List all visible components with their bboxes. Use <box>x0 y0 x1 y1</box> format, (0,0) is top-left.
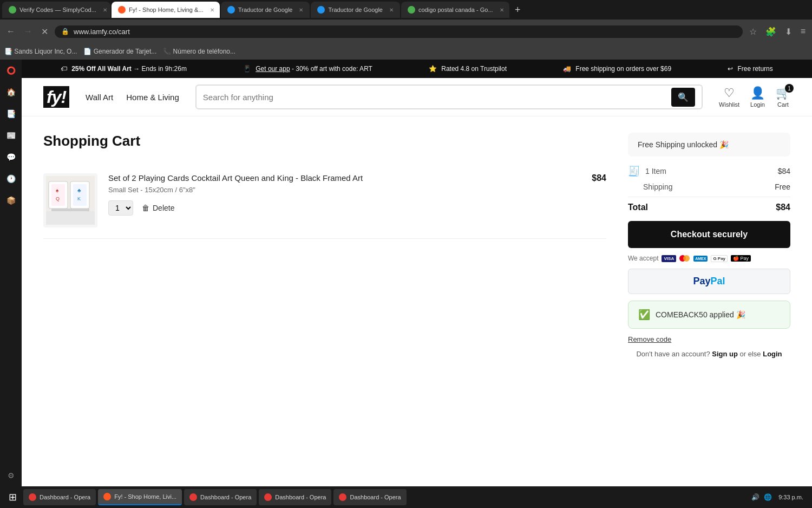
delete-label: Delete <box>153 204 174 212</box>
bookmark-2[interactable]: 📄 Generador de Tarjet... <box>83 48 156 55</box>
reload-button[interactable]: ✕ <box>39 24 50 39</box>
paypal-button[interactable]: PayPal <box>628 269 790 294</box>
sidebar-news-icon[interactable]: 📰 <box>4 129 18 142</box>
nav-wall-art[interactable]: Wall Art <box>86 93 113 102</box>
taskbar-item-2[interactable]: Fy! - Shop Home, Livi... <box>98 489 182 505</box>
site-logo[interactable]: fy! <box>43 87 69 107</box>
taskbar-item-1[interactable]: Dashboard - Opera <box>23 489 96 505</box>
check-icon: ✅ <box>638 309 650 321</box>
taskbar-favicon-1 <box>29 493 36 501</box>
promo-sale-text: 25% Off All Wall Art → Ends in 9h:26m <box>71 65 187 73</box>
tab-label: Traductor de Google <box>238 6 292 13</box>
tab-verify[interactable]: Verify Codes — SimplyCod... ✕ <box>2 2 110 18</box>
sidebar-settings-icon[interactable]: ⚙ <box>5 469 17 482</box>
svg-text:♣: ♣ <box>77 187 81 193</box>
promo-sale: 🏷 25% Off All Wall Art → Ends in 9h:26m <box>61 65 187 73</box>
taskbar-favicon-3 <box>189 493 197 501</box>
main-wrapper: ⭕ 🏠 📑 📰 💬 🕐 📦 ⚙ 🏷 25% Off All Wall Art →… <box>0 60 812 486</box>
extensions-icon[interactable]: 🧩 <box>763 24 778 39</box>
sidebar-history-icon[interactable]: 🕐 <box>4 172 18 185</box>
address-bar[interactable]: 🔒 www.iamfy.co/cart <box>55 25 743 38</box>
svg-text:Q: Q <box>56 196 60 201</box>
promo-banner: 🏷 25% Off All Wall Art → Ends in 9h:26m … <box>22 60 812 78</box>
tab-bar: Verify Codes — SimplyCod... ✕ Fy! - Shop… <box>0 0 812 19</box>
cart-label: Cart <box>777 101 789 108</box>
tab-fy[interactable]: Fy! - Shop Home, Living &... ✕ <box>112 2 220 18</box>
download-icon[interactable]: ⬇ <box>783 24 794 39</box>
receipt-icon: 🧾 <box>628 165 640 177</box>
tab-label: Traductor de Google <box>328 6 382 13</box>
bookmark-3[interactable]: 📞 Número de teléfono... <box>163 48 235 55</box>
browser-controls: ← → ✕ 🔒 www.iamfy.co/cart ☆ 🧩 ⬇ ≡ <box>0 19 812 43</box>
nav-home-living[interactable]: Home & Living <box>126 93 179 102</box>
quantity-select[interactable]: 1 2 3 <box>108 200 133 216</box>
remove-code-link[interactable]: Remove code <box>628 335 790 343</box>
checkout-button[interactable]: Checkout securely <box>628 221 790 248</box>
heart-icon: ♡ <box>724 86 735 100</box>
search-button[interactable]: 🔍 <box>671 88 695 107</box>
summary-divider <box>628 197 790 197</box>
wishlist-action[interactable]: ♡ Wishlist <box>719 86 739 108</box>
cart-action[interactable]: 🛒 1 Cart <box>776 86 790 108</box>
apple-pay-icon: 🍎 Pay <box>731 255 751 262</box>
menu-icon[interactable]: ≡ <box>798 24 808 38</box>
bookmark-icon[interactable]: ☆ <box>747 24 759 39</box>
promo-trustpilot-text: Rated 4.8 on Trustpilot <box>441 65 507 73</box>
tab-google1[interactable]: Traductor de Google ✕ <box>221 2 310 18</box>
windows-start[interactable]: ⊞ <box>4 489 21 505</box>
taskbar-item-3[interactable]: Dashboard - Opera <box>184 489 257 505</box>
promo-returns: ↩ Free returns <box>728 65 772 73</box>
search-input[interactable] <box>203 93 667 102</box>
browser-sidebar: ⭕ 🏠 📑 📰 💬 🕐 📦 ⚙ <box>0 60 22 486</box>
sidebar-tabs-icon[interactable]: 📑 <box>4 107 18 120</box>
new-tab-button[interactable]: + <box>510 4 525 16</box>
promo-return-icon: ↩ <box>728 65 733 73</box>
cart-badge: 1 <box>785 84 794 93</box>
tab-close[interactable]: ✕ <box>496 7 504 13</box>
forward-button[interactable]: → <box>22 24 35 38</box>
wishlist-label: Wishlist <box>719 101 739 108</box>
promo-shipping: 🚚 Free shipping on orders over $69 <box>563 65 671 73</box>
tab-google2[interactable]: Traductor de Google ✕ <box>311 2 400 18</box>
total-value: $84 <box>776 203 790 212</box>
tab-google3[interactable]: codigo postal canada - Go... ✕ <box>401 2 509 18</box>
back-button[interactable]: ← <box>4 24 17 38</box>
taskbar-favicon-4 <box>264 493 272 501</box>
svg-text:♠: ♠ <box>56 187 59 193</box>
tab-close[interactable]: ✕ <box>296 7 303 13</box>
tab-close[interactable]: ✕ <box>100 7 107 13</box>
amex-icon: AMEX <box>693 256 708 262</box>
cart-item-price: $84 <box>592 173 606 183</box>
sidebar-opera-icon[interactable]: ⭕ <box>4 64 18 77</box>
paypal-blue: Pal <box>711 276 725 286</box>
bookmark-1[interactable]: 📑 Sands Liquor Inc, O... <box>4 48 77 55</box>
sidebar-social-icon[interactable]: 💬 <box>4 151 18 164</box>
taskbar-item-5[interactable]: Dashboard - Opera <box>333 489 406 505</box>
browser-chrome: Verify Codes — SimplyCod... ✕ Fy! - Shop… <box>0 0 812 60</box>
dont-have-account-text: Don't have an account? <box>636 350 710 358</box>
login-action[interactable]: 👤 Login <box>750 86 765 108</box>
tab-close[interactable]: ✕ <box>386 7 394 13</box>
network-icon[interactable]: 🌐 <box>764 493 772 501</box>
tab-label: Fy! - Shop Home, Living &... <box>129 6 204 13</box>
sidebar-extensions-icon[interactable]: 📦 <box>4 194 18 207</box>
taskbar-item-4[interactable]: Dashboard - Opera <box>259 489 331 505</box>
volume-icon[interactable]: 🔊 <box>751 493 759 501</box>
product-svg: ♠ Q ♣ K <box>46 176 95 225</box>
free-shipping-text: Free Shipping unlocked 🎉 <box>638 140 729 149</box>
tab-close[interactable]: ✕ <box>207 7 214 13</box>
sidebar-speed-dial-icon[interactable]: 🏠 <box>4 86 18 99</box>
product-image: ♠ Q ♣ K <box>43 173 97 227</box>
mastercard-icon <box>679 255 690 262</box>
delete-button[interactable]: 🗑 Delete <box>142 204 174 212</box>
header-actions: ♡ Wishlist 👤 Login 🛒 1 Cart <box>719 86 790 108</box>
login-label: Login <box>750 101 765 108</box>
cart-section: Shopping Cart ♠ Q <box>43 133 606 470</box>
promo-app-icon: 📱 <box>243 65 251 73</box>
signup-link[interactable]: Sign up <box>712 350 738 358</box>
main-nav: Wall Art Home & Living <box>86 93 179 102</box>
login-link[interactable]: Login <box>763 350 782 358</box>
taskbar-label-5: Dashboard - Opera <box>350 494 401 500</box>
taskbar: ⊞ Dashboard - Opera Fy! - Shop Home, Liv… <box>0 486 812 508</box>
free-shipping-banner: Free Shipping unlocked 🎉 <box>628 133 790 157</box>
